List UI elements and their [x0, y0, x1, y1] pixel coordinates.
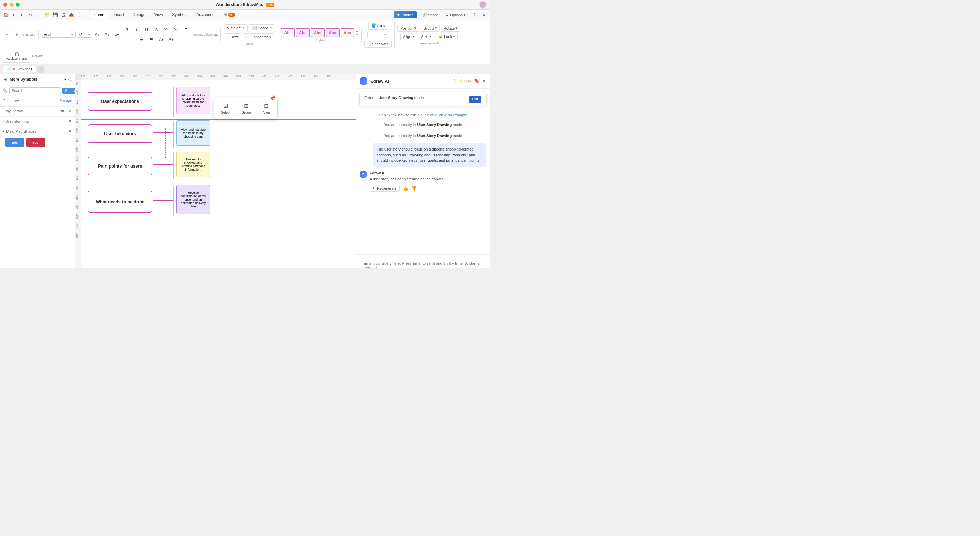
styles-more-up[interactable]: ▲: [355, 29, 359, 33]
replace-shape-button[interactable]: ⬡ Replace Shape: [3, 49, 31, 63]
line-button[interactable]: —Line▾: [368, 31, 389, 38]
close-button[interactable]: [3, 3, 8, 7]
import-library-icon[interactable]: +: [65, 108, 67, 113]
style-2[interactable]: Abc: [296, 28, 310, 37]
tab-home[interactable]: Home: [89, 11, 109, 19]
story-card-3[interactable]: Proceed to checkout and provide payment …: [176, 152, 210, 177]
style-5[interactable]: Abc: [340, 28, 355, 37]
minimize-button[interactable]: [10, 3, 14, 7]
help-icon[interactable]: ?: [471, 11, 478, 18]
subscript-button[interactable]: X₂: [172, 26, 181, 34]
undo-icon[interactable]: ↩: [11, 11, 18, 18]
style-4[interactable]: Abc: [326, 28, 340, 37]
tab-advanced[interactable]: Advanced: [192, 11, 218, 19]
bg-color-button[interactable]: A▾: [157, 35, 166, 44]
what-needs-label[interactable]: What needs to be done: [88, 191, 153, 213]
lock-button[interactable]: 🔒Lock▾: [436, 33, 458, 40]
group-button[interactable]: Group▾: [421, 24, 440, 32]
pin-icon[interactable]: 📌: [269, 95, 275, 101]
chevron-up-icon[interactable]: ∧: [480, 11, 487, 18]
view-example-link[interactable]: View an example: [439, 113, 467, 117]
library-header[interactable]: ⌃ Library Manage: [3, 99, 72, 103]
save-icon[interactable]: 💾: [52, 11, 59, 18]
font-shrink-button[interactable]: A↓: [103, 30, 111, 39]
thumbs-up-icon[interactable]: 👍: [402, 186, 408, 191]
story-card-1[interactable]: Add products to a shopping cart to colle…: [176, 87, 210, 114]
close-mindmap-icon[interactable]: ✕: [69, 129, 72, 134]
copy-paste-button[interactable]: ⎘: [13, 30, 21, 39]
styles-more-down[interactable]: ▼: [355, 33, 359, 37]
user-behaviors-label[interactable]: User behaviors: [88, 124, 153, 143]
canvas-content[interactable]: User expectations Add products to a shop…: [81, 80, 356, 268]
align-menu-item[interactable]: ⊟ Align: [259, 100, 273, 116]
brainstorming-header[interactable]: › Brainstorming ✕: [3, 119, 72, 123]
cut-button[interactable]: ✂: [3, 30, 11, 39]
rotate-button[interactable]: Rotate▾: [441, 24, 460, 32]
options-button[interactable]: ⚙Options ▾: [443, 11, 468, 18]
shadow-button[interactable]: ◻Shadow▾: [364, 40, 392, 48]
share-button[interactable]: 🔗Share: [420, 11, 440, 18]
story-card-2[interactable]: View and manage the items in my shopping…: [176, 120, 210, 146]
user-avatar[interactable]: [479, 1, 487, 8]
ai-close-icon[interactable]: ✕: [482, 78, 486, 84]
align-button2[interactable]: Align▾: [400, 33, 417, 40]
canvas-area[interactable]: 260 270 280 290 300 310 320 330 340 350 …: [75, 74, 356, 268]
home-icon[interactable]: 🏠: [3, 11, 10, 18]
align-button[interactable]: ≡▾: [113, 30, 121, 39]
thumbs-down-icon[interactable]: 👎: [411, 186, 417, 191]
tab-view[interactable]: View: [150, 11, 167, 19]
user-expectations-label[interactable]: User expectations: [88, 92, 153, 111]
strikethrough-button[interactable]: S: [152, 26, 161, 34]
font-family-selector[interactable]: Arial ▾: [41, 32, 76, 38]
new-tab-button[interactable]: +: [37, 66, 44, 73]
fill-button[interactable]: 🪣Fill▾: [368, 22, 388, 30]
underline-button[interactable]: U: [142, 26, 151, 34]
connector-tool-button[interactable]: ↔Connector▾: [243, 34, 274, 41]
italic-button[interactable]: I: [132, 26, 141, 34]
font-color-button[interactable]: A▾: [167, 35, 176, 44]
list2-button[interactable]: ≣: [147, 35, 156, 44]
shape-blue[interactable]: abc: [5, 137, 24, 147]
story-card-4[interactable]: Receive confirmation of my order and an …: [176, 185, 210, 214]
close-brainstorming-icon[interactable]: ✕: [69, 119, 72, 123]
list-button[interactable]: ☰: [137, 35, 146, 44]
select-tool-button[interactable]: ↖Select▾: [224, 24, 248, 32]
tab-ai[interactable]: AI hot: [220, 11, 239, 19]
superscript-button[interactable]: X²: [162, 26, 171, 34]
more-icon[interactable]: ⋮: [76, 11, 83, 18]
folder-icon[interactable]: 📁: [43, 11, 50, 18]
ai-query-input[interactable]: [364, 261, 482, 268]
exit-mode-button[interactable]: Exit: [469, 96, 482, 102]
ai-help-icon[interactable]: ?: [453, 78, 456, 84]
style-1[interactable]: Abc: [281, 28, 295, 37]
regenerate-button[interactable]: ↻ Regenerate: [369, 185, 400, 192]
chevron-down-icon[interactable]: ▾: [64, 78, 66, 81]
style-3[interactable]: Abc: [311, 28, 325, 37]
publish-button[interactable]: ✈Publish: [394, 11, 417, 18]
pain-points-label[interactable]: Pain points for users: [88, 156, 153, 175]
group-menu-item[interactable]: ⊞ Group: [239, 100, 254, 116]
tab-symbols[interactable]: Symbols: [168, 11, 192, 19]
drawing-tab[interactable]: 📄 Drawing1: [3, 66, 36, 72]
undo-arrow-icon[interactable]: ↩: [19, 11, 26, 18]
mind-map-header[interactable]: ▾ Mind Map Shapes ✕: [3, 129, 72, 134]
font-size-selector[interactable]: 12 ▾: [76, 32, 92, 38]
position-button[interactable]: Position▾: [398, 24, 419, 32]
search-input[interactable]: [9, 87, 61, 94]
ai-bookmark-icon[interactable]: 🔖: [474, 78, 480, 84]
bold-button[interactable]: B: [123, 26, 131, 34]
export-icon[interactable]: 📤: [68, 11, 75, 18]
my-library-header[interactable]: › My Library ⊕ + ✕: [3, 108, 72, 113]
text-tool-button[interactable]: TText: [224, 34, 241, 41]
select-menu-item[interactable]: ☑ Select: [218, 100, 233, 116]
close-library-icon[interactable]: ✕: [69, 108, 72, 113]
close-sidebar-icon[interactable]: ‹‹: [68, 77, 71, 82]
font-grow-button[interactable]: A↑: [93, 30, 102, 39]
manage-button[interactable]: Manage: [60, 99, 72, 102]
print-icon[interactable]: 🖨: [60, 11, 67, 18]
maximize-button[interactable]: [16, 3, 20, 7]
new-tab-icon[interactable]: ＋: [35, 11, 42, 18]
text-style-button[interactable]: T̲: [182, 26, 191, 34]
tab-design[interactable]: Design: [129, 11, 150, 19]
add-library-icon[interactable]: ⊕: [61, 108, 64, 113]
